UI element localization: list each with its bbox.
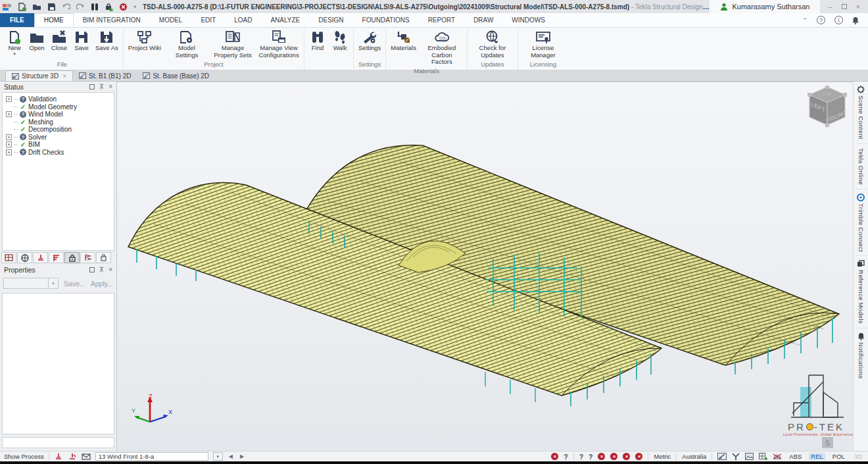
doc-tab-st-b1[interactable]: St. B1 (B1) 2D <box>73 70 137 81</box>
open-button[interactable] <box>32 3 41 11</box>
model-settings-button[interactable]: Model Settings <box>164 28 210 59</box>
status-tool-button[interactable] <box>64 252 80 263</box>
redo-button[interactable] <box>76 3 85 11</box>
sidebar-item-tekla-online[interactable]: Tekla Online <box>854 144 868 190</box>
3d-mode-toggle[interactable]: 3D <box>852 453 864 460</box>
status-item-drift-checks[interactable]: +?Drift Checks <box>4 149 114 157</box>
status-item-validation[interactable]: +?Validation <box>4 95 114 103</box>
status-item-decomposition[interactable]: ✓Decomposition <box>4 126 114 134</box>
envelope-icon[interactable] <box>82 453 91 460</box>
expand-icon[interactable]: + <box>6 149 12 155</box>
sidebar-item-trimble-connect[interactable]: Trimble Connect <box>854 190 868 257</box>
check-for-updates-button[interactable]: Check for Updates <box>470 28 516 59</box>
model-viewport[interactable]: TOP LEFT FRONT Z X Y PR-TEK Local Profes… <box>117 82 853 451</box>
tab-file[interactable]: FILE <box>0 13 34 27</box>
branch-icon[interactable] <box>732 453 740 460</box>
unknown-status-icon[interactable]: ? <box>589 453 592 461</box>
abs-mode-toggle[interactable]: ABS <box>787 453 804 460</box>
pin-icon[interactable]: ⊼ <box>99 267 104 273</box>
scene-tool-button[interactable] <box>17 252 32 263</box>
view-settings-icon[interactable] <box>717 453 727 460</box>
status-item-meshing[interactable]: ✓Meshing <box>4 118 114 126</box>
manage-property-sets-button[interactable]: Manage Property Sets <box>210 28 256 59</box>
prev-loadcase-button[interactable]: ◀ <box>228 453 234 459</box>
close-panel-icon[interactable]: × <box>108 84 112 90</box>
rel-mode-toggle[interactable]: REL <box>809 453 825 460</box>
error-indicator-button[interactable] <box>119 3 128 11</box>
walk-button[interactable]: Walk <box>329 28 351 52</box>
sidebar-item-reference-models[interactable]: Reference Models <box>854 256 868 328</box>
notifications-bell-icon[interactable] <box>852 16 859 24</box>
new-dropdown-icon[interactable]: ▾ <box>13 52 16 55</box>
next-loadcase-button[interactable]: ▶ <box>239 453 245 459</box>
apply-properties-button[interactable]: Apply... <box>91 280 113 288</box>
units-indicator[interactable]: Metric <box>654 453 671 460</box>
user-account-button[interactable]: Kumarasamy Sutharsan <box>710 0 820 13</box>
qat-dropdown-button[interactable]: ▾ <box>133 4 136 10</box>
maximize-button[interactable] <box>842 4 847 9</box>
collapse-ribbon-icon[interactable]: ⌃ <box>802 17 808 24</box>
tab-edit[interactable]: EDIT <box>191 13 225 27</box>
error-status-icon[interactable]: × <box>635 453 642 460</box>
find-button[interactable] <box>91 3 99 11</box>
pin-icon[interactable]: ⊼ <box>99 84 104 90</box>
find-button-ribbon[interactable]: Find <box>306 28 329 52</box>
tab-model[interactable]: MODEL <box>150 13 192 27</box>
expand-icon[interactable]: + <box>6 111 12 117</box>
doc-tab-st-base[interactable]: St. Base (Base) 2D <box>137 70 215 81</box>
float-panel-icon[interactable] <box>89 84 95 90</box>
tab-report[interactable]: REPORT <box>419 13 465 27</box>
image-icon[interactable] <box>745 453 754 460</box>
project-wiki-button[interactable]: Project Wiki <box>126 28 164 52</box>
sidebar-item-notifications[interactable]: Notifications <box>854 328 868 383</box>
properties-footer-field[interactable] <box>2 437 114 448</box>
tab-home[interactable]: HOME <box>34 13 74 27</box>
expand-icon[interactable]: + <box>6 134 12 140</box>
review-tool-button[interactable] <box>96 252 111 263</box>
settings-button[interactable]: Settings <box>356 28 383 52</box>
doc-tab-structure-3d[interactable]: Structure 3D × <box>5 70 73 81</box>
error-status-icon[interactable]: × <box>623 453 630 460</box>
show-process-button[interactable]: Show Process <box>4 453 44 460</box>
close-button[interactable]: × <box>856 3 860 11</box>
error-status-icon[interactable]: × <box>610 453 617 460</box>
loadcase-dropdown-icon[interactable]: ▾ <box>213 452 223 461</box>
save-as-button[interactable]: Save As <box>93 28 121 52</box>
validate-button[interactable] <box>105 3 113 11</box>
support-toggle-button[interactable] <box>68 453 77 460</box>
pol-mode-toggle[interactable]: POL <box>831 453 847 460</box>
support-display-button[interactable] <box>54 453 63 460</box>
materials-button[interactable]: Materials <box>388 28 419 52</box>
tab-bim-integration[interactable]: BIM INTEGRATION <box>74 13 150 27</box>
close-button-ribbon[interactable]: Close <box>48 28 70 52</box>
properties-preset-select[interactable]: ▾ <box>3 278 59 289</box>
undo-button[interactable] <box>62 3 70 11</box>
close-panel-icon[interactable]: × <box>108 267 112 273</box>
error-status-icon[interactable]: × <box>551 453 558 460</box>
expand-icon[interactable]: + <box>6 96 12 102</box>
license-manager-button[interactable]: License Manager <box>520 28 566 59</box>
info-icon[interactable]: i <box>834 16 843 24</box>
status-item-bim[interactable]: +✓BIM <box>4 141 114 149</box>
tab-draw[interactable]: DRAW <box>464 13 502 27</box>
embodied-carbon-factors-button[interactable]: CO₂ Embodied Carbon Factors <box>419 28 465 66</box>
tab-windows[interactable]: WINDOWS <box>502 13 554 27</box>
close-tab-icon[interactable]: × <box>62 72 66 80</box>
status-item-wind-model[interactable]: +?Wind Model <box>4 111 114 118</box>
loading-tool-button[interactable] <box>49 252 64 263</box>
region-indicator[interactable]: Australia <box>682 453 706 460</box>
result-view-icon[interactable] <box>773 453 782 460</box>
unknown-status-icon[interactable]: ? <box>564 453 567 461</box>
manage-view-configurations-button[interactable]: Manage View Configurations <box>256 28 302 59</box>
loadcase-select[interactable]: 13 Wind Front 1-8-a <box>95 452 208 461</box>
unknown-status-icon[interactable]: ? <box>579 453 583 461</box>
tab-foundations[interactable]: FOUNDATIONS <box>353 13 419 27</box>
help-icon[interactable]: ? <box>817 16 825 24</box>
view-cube[interactable]: TOP LEFT FRONT <box>807 86 848 128</box>
supports-tool-button[interactable] <box>33 252 48 263</box>
save-properties-button[interactable]: Save... <box>64 280 85 288</box>
structure-3d-model[interactable] <box>117 82 853 450</box>
cube-face-top[interactable]: TOP <box>823 92 832 97</box>
grid-snap-icon[interactable] <box>759 453 767 460</box>
tab-load[interactable]: LOAD <box>225 13 261 27</box>
